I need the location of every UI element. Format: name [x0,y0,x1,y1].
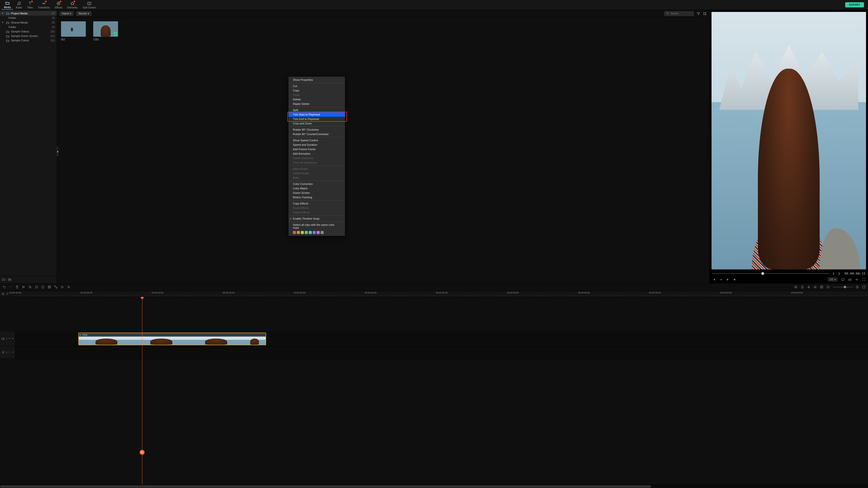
ctx-mute[interactable]: Mute [288,175,345,180]
ctx-adjust-audio[interactable]: Adjust Audio [288,167,345,171]
fullscreen-icon[interactable] [862,278,866,281]
expand-icon[interactable] [54,285,58,289]
undo-icon[interactable] [2,285,6,289]
eye-icon[interactable] [9,337,10,340]
timeline-ruler[interactable]: 00:00:00:0000:00:05:0000:00:10:0000:00:1… [0,291,868,297]
ctx-delete[interactable]: Delete [288,97,345,102]
display-icon[interactable] [841,278,845,281]
next-frame-icon[interactable]: ❯ [838,272,841,275]
grid-view-icon[interactable] [703,12,707,15]
new-folder-icon[interactable] [2,278,5,281]
render-icon[interactable] [794,285,798,289]
adjust-icon[interactable] [67,285,70,289]
delete-folder-icon[interactable] [8,278,11,281]
ctx-freeze-frame[interactable]: Add Freeze Frame [288,147,345,152]
keyframe-icon[interactable] [61,285,64,289]
lock-icon[interactable] [12,337,13,340]
green-screen-icon[interactable] [48,285,51,289]
media-search[interactable] [664,11,694,16]
zoom-in-icon[interactable] [856,285,859,289]
ctx-crop-zoom[interactable]: Crop and Zoom [288,121,345,126]
media-thumb[interactable]: 002 [61,21,86,41]
search-input[interactable] [671,12,692,15]
voiceover-icon[interactable] [807,285,810,289]
ctx-motion-tracking[interactable]: Motion Tracking [288,195,345,199]
lock-icon[interactable] [12,351,13,354]
scrubber-track[interactable] [712,273,830,274]
scissors-icon[interactable] [140,450,145,455]
tree-sample-videos[interactable]: Sample Videos (20) [0,29,57,34]
color-swatch[interactable] [293,231,296,234]
skip-back-icon[interactable] [712,278,715,281]
redo-icon[interactable] [9,285,12,289]
tree-sm-folder[interactable]: Folder (0) [0,25,57,29]
timeline-clip[interactable]: ▸ C001 [79,333,266,345]
zoom-slider[interactable] [833,287,852,288]
ctx-ripple-delete[interactable]: Ripple Delete [288,102,345,106]
color-swatch[interactable] [321,231,323,234]
ctx-trim-start[interactable]: Trim Start to Playhead [288,112,345,117]
tab-split-screen[interactable]: Split Screen [80,0,98,9]
ctx-color-match[interactable]: Color Match [288,186,345,191]
volume-icon[interactable] [855,278,859,281]
mixer-icon[interactable] [813,285,817,289]
tree-pm-folder[interactable]: Folder (2) [0,15,57,20]
play-icon[interactable] [726,278,730,281]
ctx-split[interactable]: Split [288,108,345,112]
slider-knob[interactable] [844,286,846,288]
speed-icon[interactable] [35,285,38,289]
hscroll-thumb[interactable] [0,485,651,488]
marker-icon[interactable] [801,285,804,289]
ctx-detach-audio[interactable]: Detach Audio [288,171,345,175]
color-icon[interactable] [41,285,44,289]
chevron-down-icon[interactable]: ▾ [2,12,4,15]
collapse-left-icon[interactable]: ◂ [57,147,59,156]
ctx-copy-effects[interactable]: Copy Effects [288,201,345,206]
prev-frame-icon[interactable]: ❮ [833,272,836,275]
ctx-rotate-ccw[interactable]: Rotate 90° CounterClockwise [288,132,345,136]
tab-elements[interactable]: Elements [65,0,80,9]
preview-scrubber[interactable]: ❮ ❯ 00:00:08:15 [710,271,868,276]
zoom-out-icon[interactable] [826,285,830,289]
delete-icon[interactable] [16,285,19,289]
media-thumb[interactable]: ✓ C001 [93,21,118,41]
ctx-paste-effects[interactable]: Paste Effects [288,206,345,210]
video-track-body[interactable]: ▸ C001 [16,332,868,346]
tab-effects[interactable]: Effects [52,0,65,9]
ctx-cut[interactable]: Cut [288,84,345,88]
stop-icon[interactable] [733,278,736,281]
ctx-rotate-cw[interactable]: Rotate 90° Clockwise [288,127,345,132]
color-swatch[interactable] [305,231,308,234]
ctx-enable-snap[interactable]: ✓Enable Timeline Snap [288,216,345,221]
color-swatch[interactable] [313,231,316,234]
link-icon[interactable] [6,292,9,295]
grid-icon[interactable] [820,285,824,289]
ctx-select-all-color[interactable]: Select all clips with the same color mar… [288,223,345,230]
chevron-down-icon[interactable]: ▾ [2,21,4,24]
color-swatch[interactable] [297,231,300,234]
color-swatch[interactable] [309,231,312,234]
tree-shared-media[interactable]: ▾ Shared Media (0) [0,20,57,25]
export-button[interactable]: EXPORT [845,2,864,7]
timeline-hscroll[interactable] [0,485,868,488]
ruler-track[interactable]: 00:00:00:0000:00:05:0000:00:10:0000:00:1… [16,291,868,297]
ctx-show-properties[interactable]: Show Properties [288,77,345,82]
ctx-delete-effects[interactable]: Delete Effects [288,210,345,215]
tree-sample-colors[interactable]: Sample Colors (15) [0,38,57,43]
ctx-speed-duration[interactable]: Speed and Duration [288,142,345,147]
scrubber-knob[interactable] [762,272,764,275]
tree-sample-green[interactable]: Sample Green Screen (10) [0,34,57,38]
ctx-green-screen[interactable]: Green Screen [288,191,345,195]
audio-track-body[interactable] [16,347,868,359]
tab-transitions[interactable]: Transitions [35,0,52,9]
track-lock-icon[interactable] [1,292,4,295]
zoom-ratio-select[interactable]: 1/2▾ [828,277,838,282]
tab-titles[interactable]: Titles [25,0,35,9]
ctx-show-speed[interactable]: Show Speed Control [288,138,345,142]
color-swatch[interactable] [317,231,320,234]
ctx-color-correction[interactable]: Color Correction [288,182,345,186]
preview-viewport[interactable] [712,12,866,269]
ctx-trim-end[interactable]: Trim End to Playhead [288,117,345,121]
tab-media[interactable]: Media [1,0,13,10]
snapshot-icon[interactable] [848,278,851,281]
